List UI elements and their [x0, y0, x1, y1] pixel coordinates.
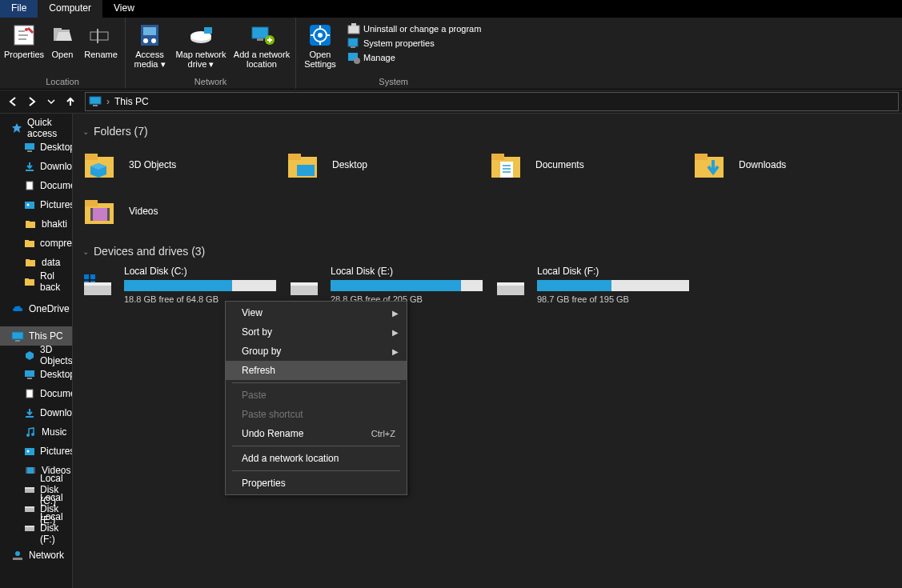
manage-button[interactable]: Manage	[347, 51, 481, 64]
open-label: Open	[52, 50, 74, 59]
add-network-icon	[249, 22, 275, 48]
music-icon	[24, 426, 37, 438]
sidebar-downloads[interactable]: Downloads📌	[0, 157, 72, 176]
sidebar-tp-downloads[interactable]: Downloads	[0, 403, 72, 422]
svg-rect-49	[26, 390, 33, 398]
this-pc-icon	[89, 95, 102, 108]
menu-bar: File Computer View	[0, 0, 902, 18]
back-button[interactable]	[3, 92, 22, 111]
ctx-paste: Paste	[226, 386, 407, 405]
ctx-add-network-location[interactable]: Add a network location	[226, 449, 407, 468]
tab-file[interactable]: File	[0, 0, 38, 18]
svg-rect-67	[85, 154, 98, 160]
ctx-view[interactable]: View▶	[226, 303, 407, 322]
tab-view[interactable]: View	[102, 0, 146, 18]
svg-rect-82	[90, 208, 93, 221]
sidebar-compressjpeg[interactable]: compressjpeg	[0, 234, 72, 253]
svg-rect-12	[204, 27, 212, 34]
sidebar-data[interactable]: data	[0, 253, 72, 272]
sidebar-tp-documents[interactable]: Documents	[0, 384, 72, 403]
open-icon	[50, 22, 75, 48]
sidebar-network[interactable]: Network	[0, 546, 72, 565]
folders-section-header[interactable]: ⌄ Folders (7)	[82, 125, 892, 138]
sidebar-rollback[interactable]: Rol back	[0, 272, 72, 291]
address-bar[interactable]: › This PC	[85, 92, 899, 111]
uninstall-program-button[interactable]: Uninstall or change a program	[347, 22, 481, 35]
properties-button[interactable]: Properties	[5, 19, 43, 59]
sidebar-pictures[interactable]: Pictures📌	[0, 195, 72, 214]
ctx-undo-rename[interactable]: Undo RenameCtrl+Z	[226, 424, 407, 443]
folders-header-label: Folders (7)	[94, 125, 148, 138]
svg-rect-88	[84, 281, 89, 282]
sidebar-this-pc[interactable]: This PC	[0, 326, 72, 346]
folder-3d-objects[interactable]: 3D Objects	[82, 146, 283, 184]
svg-point-51	[26, 434, 30, 437]
access-media-label: Access media ▾	[130, 50, 169, 69]
svg-rect-45	[12, 332, 23, 339]
open-settings-button[interactable]: Open Settings	[301, 19, 339, 69]
drive-capacity-bar	[537, 280, 689, 291]
sidebar-tp-desktop[interactable]: Desktop	[0, 365, 72, 384]
folder-desktop[interactable]: Desktop	[286, 146, 486, 184]
sidebar-label: OneDrive	[29, 303, 70, 314]
access-media-button[interactable]: Access media ▾	[130, 19, 169, 69]
sidebar-desktop[interactable]: Desktop📌	[0, 138, 72, 157]
sidebar-local-disk-f[interactable]: Local Disk (F:)	[0, 518, 72, 538]
sidebar-tp-music[interactable]: Music	[0, 422, 72, 442]
recent-dropdown[interactable]	[42, 92, 61, 111]
ctx-label: Group by	[242, 346, 281, 357]
drive-capacity-bar	[331, 280, 483, 291]
disk-f-icon	[495, 270, 527, 302]
sidebar-label: Downloads	[40, 161, 73, 172]
folder-documents[interactable]: Documents	[489, 146, 689, 184]
svg-rect-32	[27, 150, 32, 152]
folder-downloads[interactable]: Downloads	[692, 146, 892, 184]
ctx-refresh[interactable]: Refresh	[226, 361, 407, 380]
sidebar-documents[interactable]: Documents📌	[0, 176, 72, 195]
svg-rect-78	[695, 154, 708, 160]
add-network-location-button[interactable]: Add a network location	[233, 19, 291, 69]
tab-computer[interactable]: Computer	[38, 0, 102, 18]
pictures-icon	[24, 445, 35, 458]
up-button[interactable]	[61, 92, 80, 111]
sidebar-quick-access[interactable]: Quick access	[0, 118, 72, 138]
sidebar-label: Documents	[40, 388, 73, 399]
rename-label: Rename	[84, 50, 118, 59]
sidebar-onedrive[interactable]: OneDrive	[0, 299, 72, 318]
sidebar-3d-objects[interactable]: 3D Objects	[0, 346, 72, 365]
ctx-label: Paste	[242, 390, 267, 401]
sidebar-label: Pictures	[40, 446, 73, 457]
chevron-down-icon: ⌄	[82, 247, 89, 256]
svg-rect-33	[26, 170, 34, 171]
open-button[interactable]: Open	[46, 19, 78, 59]
sidebar-bhakti[interactable]: bhakti	[0, 214, 72, 234]
map-network-drive-button[interactable]: Map network drive ▾	[172, 19, 230, 69]
ctx-group-by[interactable]: Group by▶	[226, 342, 407, 361]
downloads-icon	[24, 406, 35, 419]
svg-rect-38	[26, 221, 30, 223]
sidebar-label: This PC	[29, 330, 63, 342]
svg-rect-70	[297, 165, 315, 176]
folder-label: 3D Objects	[129, 159, 176, 170]
sidebar-label: 3D Objects	[40, 344, 73, 366]
rename-icon	[88, 22, 114, 48]
svg-point-8	[143, 38, 148, 43]
folder-videos[interactable]: Videos	[82, 192, 283, 230]
rename-button[interactable]: Rename	[82, 19, 120, 59]
sidebar-label: data	[42, 257, 60, 268]
ctx-properties[interactable]: Properties	[226, 474, 407, 493]
forward-button[interactable]	[22, 92, 42, 111]
documents-icon	[24, 179, 35, 192]
ctx-sort-by[interactable]: Sort by▶	[226, 322, 407, 342]
svg-rect-5	[97, 29, 98, 43]
add-network-label: Add a network location	[233, 50, 291, 69]
uninstall-icon	[347, 22, 360, 35]
address-location: This PC	[114, 96, 149, 107]
navigation-row: › This PC	[0, 90, 902, 114]
drives-section-header[interactable]: ⌄ Devices and drives (3)	[82, 245, 892, 258]
sidebar-tp-pictures[interactable]: Pictures	[0, 442, 72, 461]
context-menu: View▶ Sort by▶ Group by▶ Refresh Paste P…	[225, 301, 407, 495]
drive-f[interactable]: Local Disk (F:) 98.7 GB free of 195 GB	[495, 266, 699, 310]
system-properties-button[interactable]: System properties	[347, 37, 481, 50]
svg-rect-3	[54, 28, 62, 31]
